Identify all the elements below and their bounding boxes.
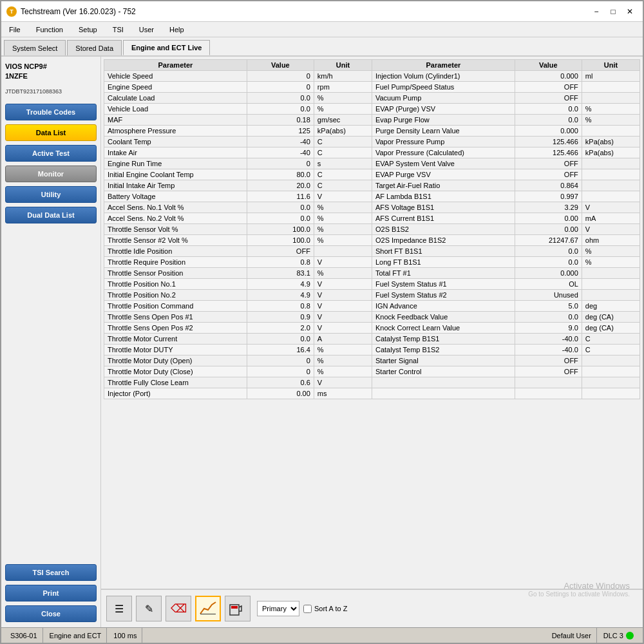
list-icon-btn[interactable]: ☰	[106, 596, 132, 621]
table-row: MAF 0.18 gm/sec Evap Purge Flow 0.0 %	[104, 115, 640, 126]
right-unit-cell: %	[582, 246, 639, 257]
right-value-cell: 0.000	[515, 71, 582, 82]
right-unit-cell: %	[582, 115, 639, 126]
left-unit-cell: V	[314, 377, 372, 388]
table-container[interactable]: Parameter Value Unit Parameter Value Uni…	[101, 57, 643, 589]
left-unit-cell: V	[314, 301, 372, 312]
main-content: VIOS NCP9# 1NZFE JTDBT923171088363 Troub…	[1, 57, 643, 627]
monitor-button[interactable]: Monitor	[5, 166, 97, 182]
left-value-cell: OFF	[247, 246, 314, 257]
table-row: Throttle Fully Close Learn 0.6 V	[104, 377, 640, 388]
close-sidebar-button[interactable]: Close	[5, 605, 97, 622]
left-param-cell: MAF	[104, 115, 247, 126]
right-value-cell	[515, 388, 582, 399]
trouble-codes-button[interactable]: Trouble Codes	[5, 104, 97, 120]
left-param-cell: Throttle Sens Open Pos #2	[104, 323, 247, 334]
right-unit-cell	[582, 279, 639, 290]
right-unit-cell	[582, 268, 639, 279]
right-value-cell: 21247.67	[515, 235, 582, 246]
right-value-cell: 9.0	[515, 323, 582, 334]
menu-setup[interactable]: Setup	[76, 24, 100, 35]
left-value-cell: 80.0	[247, 169, 314, 180]
right-value-header: Value	[515, 60, 582, 71]
right-unit-cell: mA	[582, 213, 639, 224]
utility-button[interactable]: Utility	[5, 186, 97, 203]
right-param-cell: AFS Voltage B1S1	[372, 202, 515, 213]
fuel-chart-icon-btn[interactable]	[225, 596, 251, 621]
menu-help[interactable]: Help	[167, 24, 187, 35]
left-param-cell: Coolant Temp	[104, 137, 247, 147]
maximize-button[interactable]: □	[605, 5, 621, 18]
left-param-cell: Throttle Require Position	[104, 257, 247, 268]
right-value-cell: 0.0	[515, 246, 582, 257]
right-param-cell: EVAP System Vent Valve	[372, 158, 515, 169]
table-row: Engine Run Time 0 s EVAP System Vent Val…	[104, 158, 640, 169]
menu-tsi[interactable]: TSI	[110, 24, 126, 35]
graph-icon-btn[interactable]: ⌫	[166, 596, 191, 621]
table-row: Throttle Sens Open Pos #1 0.9 V Knock Fe…	[104, 312, 640, 323]
right-param-cell	[372, 388, 515, 399]
table-row: Throttle Sens Open Pos #2 2.0 V Knock Co…	[104, 323, 640, 334]
table-row: Throttle Motor Current 0.0 A Catalyst Te…	[104, 334, 640, 345]
menu-user[interactable]: User	[137, 24, 156, 35]
right-unit-cell: kPa(abs)	[582, 147, 639, 158]
right-unit-cell: deg (CA)	[582, 312, 639, 323]
print-button[interactable]: Print	[5, 585, 97, 601]
table-row: Accel Sens. No.2 Volt % 0.0 % AFS Curren…	[104, 213, 640, 224]
left-param-cell: Throttle Sens Open Pos #1	[104, 312, 247, 323]
left-unit-cell: C	[314, 137, 372, 147]
data-table: Parameter Value Unit Parameter Value Uni…	[104, 59, 640, 399]
left-unit-cell: V	[314, 279, 372, 290]
right-value-cell: 3.29	[515, 202, 582, 213]
left-param-cell: Throttle Motor Duty (Open)	[104, 355, 247, 366]
left-param-header: Parameter	[104, 60, 247, 71]
left-param-cell: Throttle Position Command	[104, 301, 247, 312]
tab-stored-data[interactable]: Stored Data	[67, 40, 122, 55]
right-value-cell: -40.0	[515, 345, 582, 355]
left-unit-cell: %	[314, 224, 372, 235]
table-row: Throttle Motor DUTY 16.4 % Catalyst Temp…	[104, 345, 640, 355]
right-value-cell: 0.0	[515, 115, 582, 126]
right-param-cell: Total FT #1	[372, 268, 515, 279]
data-list-button[interactable]: Data List	[5, 124, 97, 141]
table-row: Atmosphere Pressure 125 kPa(abs) Purge D…	[104, 126, 640, 137]
right-unit-cell: %	[582, 257, 639, 268]
sort-checkbox[interactable]	[303, 605, 312, 613]
minimize-button[interactable]: −	[589, 5, 604, 18]
primary-select[interactable]: Primary	[257, 601, 299, 616]
left-value-cell: 11.6	[247, 191, 314, 202]
dual-data-list-button[interactable]: Dual Data List	[5, 207, 97, 223]
sort-checkbox-wrapper: Sort A to Z	[303, 605, 347, 613]
left-param-cell: Throttle Motor DUTY	[104, 345, 247, 355]
chart-icon-btn[interactable]	[195, 596, 221, 621]
table-row: Throttle Idle Position OFF Short FT B1S1…	[104, 246, 640, 257]
left-unit-cell: V	[314, 290, 372, 301]
left-param-cell: Initial Intake Air Temp	[104, 180, 247, 191]
right-param-cell: Starter Control	[372, 366, 515, 377]
left-value-cell: 125	[247, 126, 314, 137]
right-value-cell: OFF	[515, 355, 582, 366]
left-unit-header: Unit	[314, 60, 372, 71]
left-param-cell: Battery Voltage	[104, 191, 247, 202]
left-unit-cell: %	[314, 202, 372, 213]
right-unit-cell	[582, 93, 639, 104]
right-value-cell: 0.0	[515, 312, 582, 323]
close-button[interactable]: ✕	[622, 5, 638, 18]
left-unit-cell: %	[314, 213, 372, 224]
right-unit-cell	[582, 180, 639, 191]
menu-function[interactable]: Function	[33, 24, 66, 35]
table-row: Throttle Sensor #2 Volt % 100.0 % O2S Im…	[104, 235, 640, 246]
right-value-cell: Unused	[515, 290, 582, 301]
right-value-cell: 0.00	[515, 224, 582, 235]
edit-icon-btn[interactable]: ✎	[136, 596, 162, 621]
left-unit-cell: A	[314, 334, 372, 345]
tab-engine-ect-live[interactable]: Engine and ECT Live	[123, 40, 210, 55]
left-unit-cell: kPa(abs)	[314, 126, 372, 137]
table-row: Injector (Port) 0.00 ms	[104, 388, 640, 399]
table-row: Throttle Sensor Position 83.1 % Total FT…	[104, 268, 640, 279]
tsi-search-button[interactable]: TSI Search	[5, 564, 97, 581]
active-test-button[interactable]: Active Test	[5, 145, 97, 162]
menu-file[interactable]: File	[6, 24, 23, 35]
tab-system-select[interactable]: System Select	[4, 40, 66, 55]
right-param-cell: Catalyst Temp B1S2	[372, 345, 515, 355]
